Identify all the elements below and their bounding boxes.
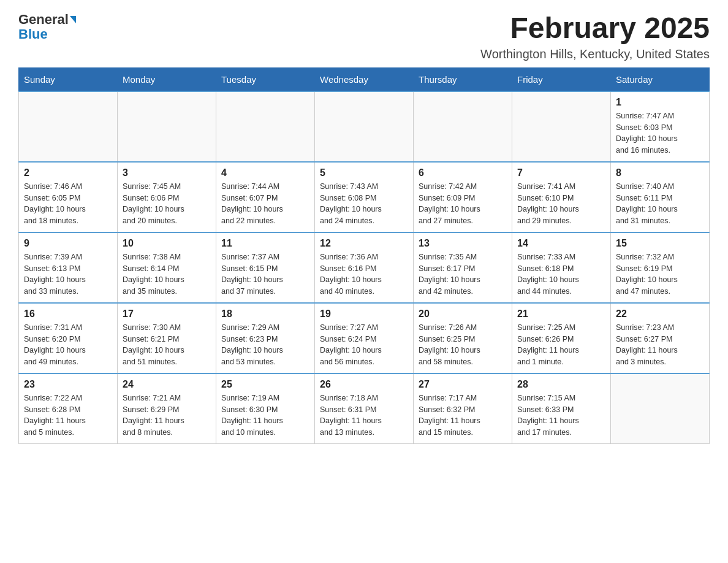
day-number: 22 — [616, 308, 704, 320]
day-number: 5 — [320, 167, 408, 178]
day-of-week-header: Tuesday — [216, 67, 315, 91]
day-info: Sunrise: 7:35 AM Sunset: 6:17 PM Dayligh… — [419, 251, 507, 297]
day-of-week-header: Wednesday — [315, 67, 414, 91]
calendar-day-cell: 2Sunrise: 7:46 AM Sunset: 6:05 PM Daylig… — [19, 162, 118, 232]
logo-blue-text: Blue — [18, 27, 48, 42]
calendar-day-cell: 18Sunrise: 7:29 AM Sunset: 6:23 PM Dayli… — [216, 303, 315, 373]
day-info: Sunrise: 7:21 AM Sunset: 6:29 PM Dayligh… — [123, 393, 211, 439]
day-number: 1 — [616, 97, 704, 108]
logo: General Blue — [18, 12, 76, 42]
calendar-week-row: 16Sunrise: 7:31 AM Sunset: 6:20 PM Dayli… — [19, 303, 710, 373]
day-number: 3 — [123, 167, 211, 178]
day-of-week-header: Thursday — [414, 67, 512, 91]
calendar-day-cell: 1Sunrise: 7:47 AM Sunset: 6:03 PM Daylig… — [611, 91, 710, 162]
calendar-day-cell — [512, 91, 611, 162]
month-title: February 2025 — [480, 12, 710, 45]
day-info: Sunrise: 7:15 AM Sunset: 6:33 PM Dayligh… — [517, 393, 605, 439]
calendar-day-cell: 3Sunrise: 7:45 AM Sunset: 6:06 PM Daylig… — [118, 162, 216, 232]
day-number: 13 — [419, 238, 507, 249]
day-info: Sunrise: 7:46 AM Sunset: 6:05 PM Dayligh… — [24, 181, 112, 227]
calendar-week-row: 23Sunrise: 7:22 AM Sunset: 6:28 PM Dayli… — [19, 373, 710, 444]
calendar-day-cell: 12Sunrise: 7:36 AM Sunset: 6:16 PM Dayli… — [315, 232, 414, 303]
day-number: 14 — [517, 238, 605, 249]
calendar-day-cell: 5Sunrise: 7:43 AM Sunset: 6:08 PM Daylig… — [315, 162, 414, 232]
calendar-day-cell: 21Sunrise: 7:25 AM Sunset: 6:26 PM Dayli… — [512, 303, 611, 373]
day-number: 8 — [616, 167, 704, 178]
day-number: 24 — [123, 379, 211, 390]
calendar-day-cell — [118, 91, 216, 162]
day-number: 12 — [320, 238, 408, 249]
day-info: Sunrise: 7:44 AM Sunset: 6:07 PM Dayligh… — [221, 181, 309, 227]
day-of-week-header: Monday — [118, 67, 216, 91]
day-info: Sunrise: 7:39 AM Sunset: 6:13 PM Dayligh… — [24, 251, 112, 297]
day-info: Sunrise: 7:45 AM Sunset: 6:06 PM Dayligh… — [123, 181, 211, 227]
day-number: 7 — [517, 167, 605, 178]
day-info: Sunrise: 7:18 AM Sunset: 6:31 PM Dayligh… — [320, 393, 408, 439]
day-number: 15 — [616, 238, 704, 249]
calendar-day-cell: 14Sunrise: 7:33 AM Sunset: 6:18 PM Dayli… — [512, 232, 611, 303]
calendar-day-cell: 17Sunrise: 7:30 AM Sunset: 6:21 PM Dayli… — [118, 303, 216, 373]
day-info: Sunrise: 7:40 AM Sunset: 6:11 PM Dayligh… — [616, 181, 704, 227]
day-info: Sunrise: 7:36 AM Sunset: 6:16 PM Dayligh… — [320, 251, 408, 297]
day-info: Sunrise: 7:25 AM Sunset: 6:26 PM Dayligh… — [517, 322, 605, 368]
calendar-day-cell — [315, 91, 414, 162]
day-number: 25 — [221, 379, 309, 390]
day-info: Sunrise: 7:33 AM Sunset: 6:18 PM Dayligh… — [517, 251, 605, 297]
calendar-table: SundayMondayTuesdayWednesdayThursdayFrid… — [18, 67, 710, 444]
calendar-week-row: 1Sunrise: 7:47 AM Sunset: 6:03 PM Daylig… — [19, 91, 710, 162]
day-of-week-header: Friday — [512, 67, 611, 91]
day-info: Sunrise: 7:37 AM Sunset: 6:15 PM Dayligh… — [221, 251, 309, 297]
calendar-day-cell: 11Sunrise: 7:37 AM Sunset: 6:15 PM Dayli… — [216, 232, 315, 303]
day-info: Sunrise: 7:29 AM Sunset: 6:23 PM Dayligh… — [221, 322, 309, 368]
day-info: Sunrise: 7:17 AM Sunset: 6:32 PM Dayligh… — [419, 393, 507, 439]
calendar-day-cell: 16Sunrise: 7:31 AM Sunset: 6:20 PM Dayli… — [19, 303, 118, 373]
day-info: Sunrise: 7:19 AM Sunset: 6:30 PM Dayligh… — [221, 393, 309, 439]
calendar-header-row: SundayMondayTuesdayWednesdayThursdayFrid… — [19, 67, 710, 91]
day-number: 16 — [24, 308, 112, 320]
day-number: 9 — [24, 238, 112, 249]
calendar-day-cell: 28Sunrise: 7:15 AM Sunset: 6:33 PM Dayli… — [512, 373, 611, 444]
day-number: 18 — [221, 308, 309, 320]
logo-general-text: General — [18, 12, 69, 27]
day-number: 21 — [517, 308, 605, 320]
day-info: Sunrise: 7:32 AM Sunset: 6:19 PM Dayligh… — [616, 251, 704, 297]
calendar-day-cell: 15Sunrise: 7:32 AM Sunset: 6:19 PM Dayli… — [611, 232, 710, 303]
day-info: Sunrise: 7:42 AM Sunset: 6:09 PM Dayligh… — [419, 181, 507, 227]
day-info: Sunrise: 7:22 AM Sunset: 6:28 PM Dayligh… — [24, 393, 112, 439]
page-header: General Blue February 2025 Worthington H… — [18, 12, 710, 61]
day-info: Sunrise: 7:31 AM Sunset: 6:20 PM Dayligh… — [24, 322, 112, 368]
day-number: 28 — [517, 379, 605, 390]
calendar-day-cell: 20Sunrise: 7:26 AM Sunset: 6:25 PM Dayli… — [414, 303, 512, 373]
calendar-day-cell: 6Sunrise: 7:42 AM Sunset: 6:09 PM Daylig… — [414, 162, 512, 232]
calendar-day-cell: 25Sunrise: 7:19 AM Sunset: 6:30 PM Dayli… — [216, 373, 315, 444]
day-number: 2 — [24, 167, 112, 178]
day-info: Sunrise: 7:41 AM Sunset: 6:10 PM Dayligh… — [517, 181, 605, 227]
day-info: Sunrise: 7:23 AM Sunset: 6:27 PM Dayligh… — [616, 322, 704, 368]
day-number: 10 — [123, 238, 211, 249]
calendar-week-row: 2Sunrise: 7:46 AM Sunset: 6:05 PM Daylig… — [19, 162, 710, 232]
calendar-day-cell — [216, 91, 315, 162]
calendar-day-cell: 19Sunrise: 7:27 AM Sunset: 6:24 PM Dayli… — [315, 303, 414, 373]
day-of-week-header: Sunday — [19, 67, 118, 91]
day-info: Sunrise: 7:43 AM Sunset: 6:08 PM Dayligh… — [320, 181, 408, 227]
calendar-day-cell — [611, 373, 710, 444]
logo-arrow-icon — [70, 16, 76, 23]
calendar-day-cell: 23Sunrise: 7:22 AM Sunset: 6:28 PM Dayli… — [19, 373, 118, 444]
day-number: 4 — [221, 167, 309, 178]
calendar-week-row: 9Sunrise: 7:39 AM Sunset: 6:13 PM Daylig… — [19, 232, 710, 303]
day-number: 6 — [419, 167, 507, 178]
day-info: Sunrise: 7:30 AM Sunset: 6:21 PM Dayligh… — [123, 322, 211, 368]
day-info: Sunrise: 7:38 AM Sunset: 6:14 PM Dayligh… — [123, 251, 211, 297]
day-number: 26 — [320, 379, 408, 390]
calendar-day-cell: 27Sunrise: 7:17 AM Sunset: 6:32 PM Dayli… — [414, 373, 512, 444]
calendar-day-cell — [19, 91, 118, 162]
calendar-day-cell: 26Sunrise: 7:18 AM Sunset: 6:31 PM Dayli… — [315, 373, 414, 444]
calendar-day-cell — [414, 91, 512, 162]
day-of-week-header: Saturday — [611, 67, 710, 91]
calendar-day-cell: 7Sunrise: 7:41 AM Sunset: 6:10 PM Daylig… — [512, 162, 611, 232]
day-number: 17 — [123, 308, 211, 320]
location-subtitle: Worthington Hills, Kentucky, United Stat… — [480, 47, 710, 61]
day-info: Sunrise: 7:27 AM Sunset: 6:24 PM Dayligh… — [320, 322, 408, 368]
calendar-day-cell: 13Sunrise: 7:35 AM Sunset: 6:17 PM Dayli… — [414, 232, 512, 303]
calendar-day-cell: 22Sunrise: 7:23 AM Sunset: 6:27 PM Dayli… — [611, 303, 710, 373]
